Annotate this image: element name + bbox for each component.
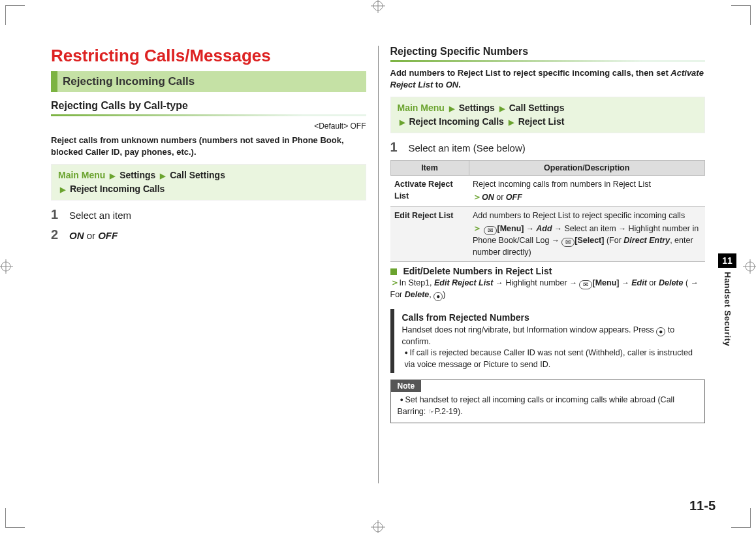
desc-text: Add numbers to Reject List to reject spe… (473, 211, 685, 220)
chevron-right-icon (110, 170, 115, 182)
square-bullet-icon (390, 268, 397, 275)
ed-tail: , (429, 290, 433, 299)
arrow-icon: → (554, 224, 564, 233)
step-row: 1 Select an item (51, 207, 366, 222)
ed-pre: In Step1, (400, 278, 435, 287)
select-item: Select an item (564, 224, 616, 233)
step-row: 1 Select an item (See below) (390, 140, 706, 155)
chapter-tab: 11 Handset Security (718, 253, 736, 346)
right-column: Rejecting Specific Numbers Add numbers t… (379, 46, 717, 507)
table-desc: Reject incoming calls from numbers in Re… (469, 176, 705, 207)
intro-text: Reject calls from unknown numbers (numbe… (51, 135, 366, 157)
arrow-icon: → (526, 224, 536, 233)
arrow-icon: → (622, 278, 631, 287)
crop-mark (5, 5, 25, 25)
chapter-number: 11 (718, 253, 736, 268)
step-number: 1 (390, 140, 409, 155)
tip-body: Handset does not ring/vibrate, but Infor… (402, 325, 701, 348)
ed-hl: Highlight number (505, 278, 567, 287)
step-number: 1 (51, 207, 69, 222)
desc-text: Reject incoming calls from numbers in Re… (473, 180, 651, 189)
center-key-icon: ● (656, 327, 665, 336)
col-item: Item (390, 161, 469, 176)
arrow-right-icon: ＞ (473, 191, 482, 202)
mail-key-icon: ✉ (484, 226, 497, 235)
intro-period: . (458, 80, 461, 89)
step-number: 2 (51, 227, 69, 242)
step-off: OFF (98, 230, 118, 241)
note-text: Set handset to reject all incoming calls… (398, 395, 675, 416)
chevron-right-icon (499, 103, 505, 114)
subheading: Rejecting Specific Numbers (390, 46, 706, 60)
subheading: Rejecting Calls by Call-type (51, 100, 366, 114)
nav-reject-incoming: Reject Incoming Calls (409, 116, 503, 127)
table-row: Edit Reject List Add numbers to Reject L… (390, 207, 705, 262)
arrow-icon: → (552, 236, 561, 245)
section-heading-text: Rejecting Incoming Calls (63, 75, 195, 88)
default-value-tag: <Default> OFF (51, 121, 366, 131)
ed-or: or (647, 278, 659, 287)
mail-key-icon: ✉ (579, 280, 592, 289)
menu-label: [Menu] (497, 224, 524, 233)
nav-main-menu: Main Menu (58, 170, 105, 180)
table-item: Edit Reject List (390, 207, 469, 262)
intro-a: Add numbers to Reject List to reject spe… (390, 68, 671, 78)
select-label: [Select] (575, 236, 604, 245)
opt-off: OFF (506, 193, 522, 202)
edit-delete-title-row: Edit/Delete Numbers in Reject List (390, 266, 706, 276)
subheading-underline (390, 60, 706, 62)
registration-mark (0, 259, 13, 274)
crop-mark (731, 508, 751, 528)
add-label: Add (536, 224, 552, 233)
for-text: (For (606, 236, 623, 245)
ed-erl: Edit Reject List (434, 278, 493, 287)
intro-on: ON (446, 80, 459, 89)
tip-block: Calls from Rejected Numbers Handset does… (390, 309, 706, 373)
registration-mark (371, 0, 385, 13)
page-title: Restricting Calls/Messages (51, 46, 366, 66)
arrow-icon: → (496, 278, 505, 287)
nav-main-menu: Main Menu (398, 103, 445, 113)
crop-mark (5, 508, 25, 528)
ed-menu: [Menu] (592, 278, 619, 287)
crop-mark (731, 5, 751, 25)
chevron-right-icon (449, 103, 454, 114)
nav-settings: Settings (459, 103, 495, 113)
ed-delete: Delete (659, 278, 684, 287)
mail-key-icon: ✉ (561, 238, 575, 247)
opt-or: or (494, 193, 506, 202)
opt-on: ON (482, 193, 494, 202)
nav-call-settings: Call Settings (170, 170, 225, 180)
step-row: 2 ON or OFF (51, 227, 366, 242)
col-operation: Operation/Description (469, 161, 705, 176)
edit-delete-block: Edit/Delete Numbers in Reject List ＞In S… (390, 266, 706, 301)
chevron-right-icon (160, 170, 165, 182)
center-key-icon: ● (433, 292, 443, 301)
chevron-right-icon (60, 184, 65, 195)
arrow-right-icon: ＞ (390, 277, 400, 287)
arrow-right-icon: ＞ (473, 223, 482, 233)
operation-table: Item Operation/Description Activate Reje… (390, 160, 706, 262)
subheading-block: Rejecting Specific Numbers (390, 46, 706, 62)
subheading-block: Rejecting Calls by Call-type (51, 100, 366, 116)
nav-call-settings: Call Settings (509, 103, 565, 113)
intro-text: Add numbers to Reject List to reject spe… (390, 67, 706, 90)
nav-path-box: Main Menu Settings Call Settings Reject … (51, 164, 366, 201)
arrow-icon: → (618, 224, 628, 233)
table-item: Activate Reject List (390, 176, 469, 207)
edit-delete-title: Edit/Delete Numbers in Reject List (403, 266, 552, 276)
note-box: Note Set handset to reject all incoming … (390, 380, 706, 423)
tip-a: Handset does not ring/vibrate, but Infor… (402, 325, 657, 334)
table-row: Activate Reject List Reject incoming cal… (390, 176, 705, 207)
section-heading: Rejecting Incoming Calls (51, 71, 366, 92)
nav-settings: Settings (119, 170, 155, 180)
note-ref: P.2-19 (435, 407, 458, 416)
nav-path-box: Main Menu Settings Call Settings Reject … (390, 97, 706, 133)
table-desc: Add numbers to Reject List to reject spe… (469, 207, 705, 262)
note-body: Set handset to reject all incoming calls… (391, 392, 705, 423)
registration-mark (743, 259, 756, 274)
direct-entry: Direct Entry (623, 236, 670, 245)
chapter-title: Handset Security (723, 272, 732, 346)
note-tail: ). (458, 407, 463, 416)
ed-delete2: Delete (405, 290, 430, 299)
